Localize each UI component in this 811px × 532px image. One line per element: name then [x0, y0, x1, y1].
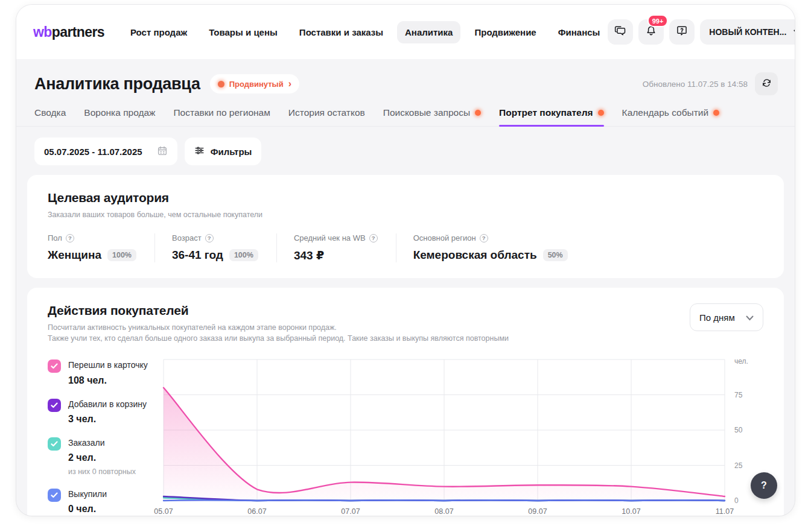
help-fab-button[interactable]: ?	[751, 472, 777, 499]
series-checkbox[interactable]	[48, 399, 61, 412]
question-mark-icon: ?	[761, 480, 767, 491]
tab-label: Портрет покупателя	[499, 107, 593, 118]
svg-text:0: 0	[734, 496, 739, 505]
chart-legend: Перешли в карточку 108 чел. Добавили в к…	[48, 356, 157, 516]
stat-label: Возраст	[172, 233, 202, 242]
stat-value: 36-41 год	[172, 249, 223, 262]
help-icon[interactable]: ?	[205, 234, 214, 242]
svg-text:05.07: 05.07	[154, 507, 173, 516]
svg-text:75: 75	[734, 391, 743, 399]
main-nav: Рост продаж Товары и цены Поставки и зак…	[122, 21, 608, 43]
svg-text:50: 50	[734, 426, 743, 434]
tab-kalendar-sobytiy[interactable]: Календарь событий	[622, 107, 720, 126]
filters-label: Фильтры	[211, 147, 252, 157]
target-audience-card: Целевая аудитория Заказали ваших товаров…	[27, 175, 784, 278]
nav-item-goods-prices[interactable]: Товары и цены	[201, 21, 285, 43]
notification-count-badge: 99+	[647, 14, 669, 27]
tab-istoriya-ostatkov[interactable]: История остатков	[288, 107, 365, 126]
level-badge-label: Продвинутый	[229, 80, 284, 89]
page-header: Аналитика продавца Продвинутый › Обновле…	[16, 59, 795, 95]
chevron-down-icon	[746, 312, 754, 323]
granularity-select[interactable]: По дням	[690, 303, 763, 331]
nav-item-analytics[interactable]: Аналитика	[397, 21, 460, 43]
legend-item-ordered: Заказали 2 чел. из них 0 повторных	[48, 437, 157, 476]
svg-text:09.07: 09.07	[528, 507, 547, 516]
legend-value: 2 чел.	[68, 452, 136, 463]
legend-item-card-visits: Перешли в карточку 108 чел.	[48, 359, 157, 385]
support-button[interactable]	[669, 19, 695, 45]
tab-poiskovye-zaprosy[interactable]: Поисковые запросы	[383, 107, 481, 126]
stat-main-region: Основной регион? Кемеровская область 50%	[396, 233, 586, 262]
tab-label: История остатков	[288, 107, 365, 118]
checkmark-icon	[51, 361, 58, 372]
tab-label: Поставки по регионам	[173, 107, 270, 118]
tab-voronka-prodazh[interactable]: Воронка продаж	[84, 107, 155, 126]
nav-item-sales-growth[interactable]: Рост продаж	[122, 21, 195, 43]
last-updated-text: Обновлено 11.07.25 в 14:58	[643, 80, 748, 89]
svg-text:25: 25	[734, 461, 743, 470]
stat-label: Средний чек на WB	[294, 233, 366, 242]
granularity-value: По дням	[699, 312, 735, 323]
checkmark-icon	[51, 490, 58, 501]
chevron-down-icon	[794, 27, 795, 37]
stat-value: Кемеровская область	[413, 249, 537, 262]
audience-subtitle: Заказали ваших товаров больше, чем остал…	[48, 209, 763, 220]
nav-item-supplies-orders[interactable]: Поставки и заказы	[291, 21, 391, 43]
legend-value: 0 чел.	[68, 504, 136, 515]
series-checkbox[interactable]	[48, 489, 61, 502]
checkmark-icon	[51, 439, 58, 449]
nav-item-finances[interactable]: Финансы	[550, 21, 608, 43]
help-icon[interactable]: ?	[66, 234, 74, 242]
stat-age: Возраст? 36-41 год 100%	[154, 233, 276, 262]
stat-percent-badge: 100%	[107, 249, 136, 261]
chat-icon	[614, 25, 626, 39]
date-range-picker[interactable]: 05.07.2025 - 11.07.2025	[34, 138, 177, 165]
advanced-level-badge[interactable]: Продвинутый ›	[210, 74, 299, 93]
nav-item-promotion[interactable]: Продвижение	[466, 21, 544, 43]
wb-partners-logo[interactable]: wbpartners	[33, 24, 104, 40]
alert-dot-icon	[218, 81, 224, 87]
tab-label: Воронка продаж	[84, 107, 155, 118]
stat-percent-badge: 50%	[543, 249, 568, 261]
app-window: wbpartners Рост продаж Товары и цены Пос…	[16, 5, 795, 516]
chevron-right-icon: ›	[288, 79, 291, 89]
help-icon[interactable]: ?	[369, 234, 378, 242]
stat-label: Основной регион	[413, 233, 476, 242]
refresh-icon	[762, 78, 772, 90]
account-label: НОВЫЙ КОНТЕН...	[709, 27, 786, 37]
filters-button[interactable]: Фильтры	[185, 138, 262, 165]
legend-value: 3 чел.	[68, 414, 147, 425]
new-feature-dot-icon	[475, 110, 481, 116]
buyer-actions-card: Действия покупателей Посчитали активност…	[27, 288, 784, 516]
series-checkbox[interactable]	[48, 359, 61, 373]
new-feature-dot-icon	[713, 110, 719, 116]
svg-text:10.07: 10.07	[622, 507, 640, 516]
legend-label: Заказали	[68, 437, 136, 448]
refresh-button[interactable]	[755, 72, 778, 95]
sliders-icon	[194, 145, 205, 157]
legend-item-add-to-cart: Добавили в корзину 3 чел.	[48, 399, 157, 425]
checkmark-icon	[51, 400, 58, 411]
notifications-button[interactable]: 99+	[638, 19, 664, 45]
legend-value: 108 чел.	[68, 375, 148, 386]
filter-toolbar: 05.07.2025 - 11.07.2025 Фильтры	[16, 127, 795, 175]
actions-subtitle-line2: Также учли тех, кто сделал больше одного…	[48, 333, 509, 344]
stat-label: Пол	[48, 233, 62, 242]
account-switcher[interactable]: НОВЫЙ КОНТЕН...	[700, 19, 795, 45]
tab-label: Календарь событий	[622, 107, 709, 118]
tab-svodka[interactable]: Сводка	[34, 107, 66, 126]
tab-postavki-po-regionam[interactable]: Поставки по регионам	[173, 107, 270, 126]
help-bubble-icon	[676, 25, 688, 39]
series-checkbox[interactable]	[48, 437, 61, 451]
tab-portret-pokupatelya[interactable]: Портрет покупателя	[499, 107, 604, 126]
stat-value: 343 ₽	[294, 249, 324, 262]
analytics-tabs: Сводка Воронка продаж Поставки по регион…	[16, 95, 795, 127]
buyer-actions-chart: чел.025507505.0706.0707.0708.0709.0710.0…	[164, 356, 763, 516]
stat-gender: Пол? Женщина 100%	[48, 233, 154, 262]
svg-text:07.07: 07.07	[341, 507, 360, 516]
help-icon[interactable]: ?	[480, 234, 488, 242]
chat-button[interactable]	[608, 19, 633, 45]
logo-partners: partners	[52, 24, 104, 40]
stat-average-check: Средний чек на WB? 343 ₽	[276, 233, 396, 262]
new-feature-dot-icon	[598, 110, 604, 116]
